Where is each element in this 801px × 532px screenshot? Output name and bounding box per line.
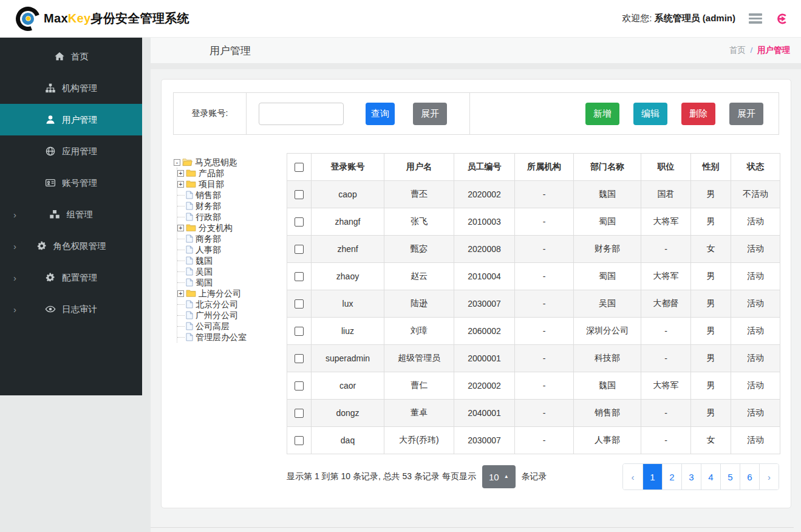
hamburger-menu-icon[interactable] [748, 12, 763, 25]
brand-max: Max [44, 12, 68, 25]
globe-icon [45, 146, 56, 157]
tree-node[interactable]: 商务部 [177, 233, 287, 244]
pager-next[interactable]: › [759, 464, 779, 489]
file-icon [186, 234, 193, 243]
content-row: -马克思钥匙+产品部+项目部销售部财务部行政部+分支机构商务部人事部魏国吴国蜀国… [173, 153, 779, 490]
table-cell: - [515, 427, 574, 454]
tree-node[interactable]: 管理层办公室 [177, 332, 287, 343]
table-cell: 2010004 [454, 263, 515, 290]
sidebar-item-app[interactable]: 应用管理 [0, 135, 142, 167]
table-cell: 活动 [731, 345, 780, 372]
tree-node[interactable]: +产品部 [177, 168, 287, 179]
file-icon [186, 256, 193, 265]
file-icon [186, 213, 193, 221]
table-cell: 董卓 [384, 400, 454, 427]
table-cell: - [641, 345, 691, 372]
logout-icon[interactable] [775, 12, 789, 26]
tree-node[interactable]: +上海分公司 [177, 288, 287, 299]
query-button[interactable]: 查询 [366, 103, 395, 125]
select-all-checkbox[interactable] [295, 163, 304, 172]
table-cell: - [515, 236, 574, 263]
page-size-dropdown[interactable]: 10 ▲ [482, 465, 516, 488]
sidebar-item-org[interactable]: 机构管理 [0, 72, 142, 104]
row-checkbox[interactable] [295, 245, 304, 254]
tree-node-label: 魏国 [196, 255, 213, 266]
tree-children: +产品部+项目部销售部财务部行政部+分支机构商务部人事部魏国吴国蜀国+上海分公司… [177, 168, 287, 343]
expand-search-button[interactable]: 展开 [413, 103, 447, 125]
row-checkbox[interactable] [295, 354, 304, 363]
row-checkbox[interactable] [295, 299, 304, 309]
tree-expander-plus-icon[interactable]: + [177, 290, 184, 297]
tree-node[interactable]: +分支机构 [177, 222, 287, 233]
tree-node[interactable]: 财务部 [177, 200, 287, 211]
pager-page-3[interactable]: 3 [681, 464, 701, 489]
tree-node[interactable]: +项目部 [177, 179, 287, 189]
table-cell: 赵云 [384, 263, 454, 290]
tree-node[interactable]: 公司高层 [177, 321, 287, 332]
tree-node[interactable]: 北京分公司 [177, 299, 287, 310]
login-account-input[interactable] [259, 103, 344, 125]
table-row: superadmin超级管理员2000001-科技部-男活动 [287, 345, 780, 372]
tree-expander-plus-icon[interactable]: + [177, 225, 184, 231]
tree-node[interactable]: 人事部 [177, 244, 287, 255]
sidebar-item-label: 角色权限管理 [53, 240, 106, 252]
sidebar-item-log[interactable]: ›日志审计 [0, 293, 142, 325]
file-icon [186, 245, 193, 254]
row-select-cell [287, 345, 312, 372]
sidebar-item-config[interactable]: ›配置管理 [0, 262, 142, 293]
table-cell: 曹丕 [384, 181, 454, 208]
pager-page-6[interactable]: 6 [740, 464, 759, 489]
breadcrumb-home-link[interactable]: 首页 [729, 46, 746, 55]
brand-title: MaxKey身份安全管理系统 [44, 10, 189, 27]
tree-node[interactable]: 销售部 [177, 189, 287, 200]
row-checkbox[interactable] [295, 436, 304, 445]
tree-node[interactable]: 吴国 [177, 266, 287, 277]
sidebar-item-user[interactable]: 用户管理 [0, 104, 142, 135]
row-checkbox[interactable] [295, 272, 304, 281]
sidebar-item-home[interactable]: 首页 [0, 41, 142, 72]
row-select-cell [287, 400, 312, 427]
table-cell: - [641, 318, 691, 345]
pager-prev[interactable]: ‹ [623, 464, 643, 489]
pager-page-4[interactable]: 4 [701, 464, 720, 489]
sidebar-item-role[interactable]: ›角色权限管理 [0, 230, 142, 262]
table-cell: - [515, 400, 574, 427]
sidebar-item-group[interactable]: ›组管理 [0, 199, 142, 230]
tree-connector [177, 261, 185, 261]
file-icon [186, 333, 193, 341]
column-header: 性别 [691, 154, 731, 181]
row-checkbox[interactable] [295, 409, 304, 418]
expand-button[interactable]: 展开 [729, 103, 763, 125]
tree-node-label: 公司高层 [196, 321, 230, 332]
table-cell: - [515, 318, 574, 345]
sidebar-item-account[interactable]: 账号管理 [0, 167, 142, 199]
tree-expander-plus-icon[interactable]: + [177, 170, 184, 177]
sidebar-item-label: 应用管理 [62, 146, 97, 157]
delete-button[interactable]: 删除 [681, 103, 715, 125]
tree-expander-minus-icon[interactable]: - [174, 159, 180, 166]
table-row: caop曹丕2020002-魏国国君男不活动 [287, 181, 780, 208]
row-checkbox[interactable] [295, 381, 304, 390]
records-suffix: 条记录 [522, 471, 547, 482]
add-button[interactable]: 新增 [585, 103, 619, 125]
row-checkbox[interactable] [295, 190, 304, 199]
row-select-cell [287, 181, 312, 208]
row-select-cell [287, 263, 312, 290]
pager-page-2[interactable]: 2 [662, 464, 681, 489]
tree-node[interactable]: 广州分公司 [177, 310, 287, 321]
pager-page-1[interactable]: 1 [643, 464, 662, 489]
tree-node[interactable]: 行政部 [177, 211, 287, 222]
table-row: lux陆逊2030007-吴国大都督男活动 [287, 290, 780, 318]
table-cell: 活动 [731, 263, 780, 290]
user-icon [45, 114, 56, 125]
tree-node[interactable]: -马克思钥匙 [174, 157, 287, 168]
tree-node[interactable]: 魏国 [177, 255, 287, 266]
row-checkbox[interactable] [295, 327, 304, 336]
pager-page-5[interactable]: 5 [720, 464, 740, 489]
table-cell: 大将军 [641, 263, 691, 290]
row-checkbox[interactable] [295, 217, 304, 227]
pagination-summary: 显示第 1 到第 10 条记录, 总共 53 条记录 每页显示 [287, 471, 476, 482]
tree-node[interactable]: 蜀国 [177, 277, 287, 288]
tree-expander-plus-icon[interactable]: + [177, 181, 184, 188]
edit-button[interactable]: 编辑 [633, 103, 667, 125]
